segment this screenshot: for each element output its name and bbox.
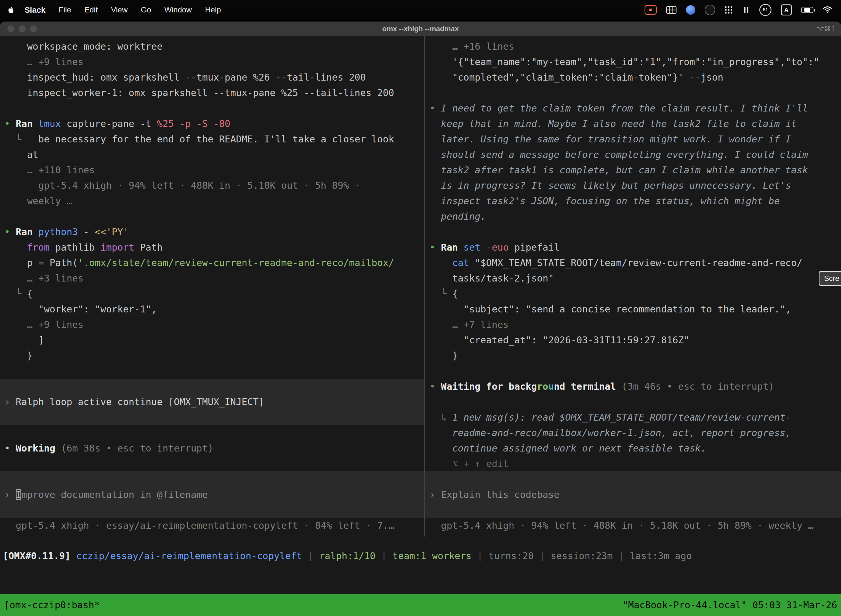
wifi-icon[interactable] (823, 6, 832, 14)
tmux-status-bar: [omx-cczip0:bash* "MacBook-Pro-44.local"… (0, 594, 841, 616)
terminal-line: • Waiting for background terminal (3m 46… (425, 378, 841, 394)
battery-icon[interactable] (801, 7, 813, 13)
terminal-line (0, 378, 424, 394)
menu-go[interactable]: Go (141, 6, 151, 14)
input-source-icon[interactable]: A (781, 4, 792, 15)
text-segment: -euo (486, 242, 514, 253)
text-segment: Ran (16, 118, 38, 129)
screen-recording-indicator-icon[interactable] (645, 5, 657, 15)
tmux-pane-left[interactable]: workspace_mode: worktree … +9 lines insp… (0, 36, 424, 537)
terminal-line: … +9 lines (0, 317, 424, 332)
text-segment: ↳ (429, 412, 452, 423)
prompt-line: › Improve documentation in @filename (0, 487, 424, 502)
terminal-content: workspace_mode: worktree … +9 lines insp… (0, 36, 841, 616)
text-segment: team:1 workers (393, 550, 472, 561)
menu-bar: Slack FileEditViewGoWindowHelp 61 A (0, 0, 841, 20)
text-segment: (6m 38s • esc to interrupt) (55, 443, 213, 454)
terminal-line: pending. (425, 209, 841, 224)
text-segment: cat (452, 257, 475, 268)
battery-percent-ring-icon[interactable]: 61 (759, 4, 771, 16)
terminal-line: • Ran tmux capture-pane -t %25 -p -S -80 (0, 116, 424, 131)
tmux-session-label: [omx-cczip0:bash* (4, 600, 100, 610)
text-segment: ro (537, 381, 548, 392)
terminal-line: "completed","claim_token":"claim-token"}… (425, 70, 841, 85)
text-segment: mprove documentation in @filename (21, 489, 208, 500)
screen-overlay-badge: Scre (819, 271, 841, 286)
menu-edit[interactable]: Edit (84, 6, 98, 14)
text-segment (4, 319, 27, 330)
terminal-line: "worker": "worker-1", (0, 301, 424, 317)
text-segment: inspect task2's JSON, focusing on the st… (429, 195, 780, 207)
terminal-line (425, 85, 841, 100)
prompt-line: › Ralph loop active continue [OMX_TMUX_I… (0, 394, 424, 409)
text-segment: › (429, 489, 441, 500)
text-segment: last:3m ago (630, 550, 692, 561)
menu-view[interactable]: View (111, 6, 127, 14)
terminal-line: p = Path('.omx/state/team/review-current… (0, 255, 424, 270)
text-segment: "$OMX_TEAM_STATE_ROOT/team/review-curren… (475, 257, 802, 268)
terminal-line: ↳ 1 new msg(s): read $OMX_TEAM_STATE_ROO… (425, 409, 841, 425)
app-menus: FileEditViewGoWindowHelp (59, 6, 221, 14)
terminal-line: inspect task2's JSON, focusing on the st… (425, 193, 841, 209)
terminal-line: "created_at": "2026-03-31T11:59:27.816Z" (425, 332, 841, 348)
text-segment: "created_at": "2026-03-31T11:59:27.816Z" (429, 334, 690, 346)
text-segment: from (27, 242, 50, 253)
window-shortcut-hint: ⌥⌘1 (816, 25, 835, 33)
text-segment (429, 41, 452, 52)
terminal-line: … +3 lines (0, 270, 424, 286)
terminal-line: from pathlib import Path (0, 239, 424, 255)
menu-help[interactable]: Help (205, 6, 221, 14)
window-titlebar[interactable]: omx --xhigh --madmax ⌥⌘1 (0, 22, 841, 36)
text-segment: Explain this codebase (441, 489, 560, 500)
text-segment: └ (4, 288, 21, 299)
text-segment: tmux (38, 118, 66, 129)
text-segment: { (447, 288, 458, 299)
dots-grid-icon[interactable] (725, 6, 733, 14)
terminal-line: inspect_worker-1: omx sparkshell --tmux-… (0, 85, 424, 100)
terminal-line: └ { (425, 286, 841, 301)
column-bars-icon[interactable] (742, 6, 750, 14)
terminal-line: workspace_mode: worktree (0, 39, 424, 54)
terminal-line: cat "$OMX_TEAM_STATE_ROOT/team/review-cu… (425, 255, 841, 270)
keyboard-grid-icon[interactable] (666, 6, 677, 14)
menu-window[interactable]: Window (164, 6, 192, 14)
text-segment (4, 56, 27, 67)
text-segment: | (472, 550, 488, 561)
terminal-line: later. Using the same for transition mig… (425, 131, 841, 147)
text-segment: tasks/task-2.json" (429, 273, 554, 284)
text-segment: - (84, 226, 95, 238)
apple-menu-icon[interactable] (7, 6, 15, 14)
terminal-line: keep that in mind. Maybe I also need the… (425, 116, 841, 131)
terminal-line (425, 224, 841, 239)
terminal-line: } (425, 348, 841, 363)
text-segment: ⌥ + ↑ edit (429, 458, 509, 469)
text-segment: gpt-5.4 xhigh · 94% left · 488K in · 5.1… (429, 520, 814, 531)
active-app-name[interactable]: Slack (25, 6, 45, 15)
menu-file[interactable]: File (59, 6, 71, 14)
text-segment: | (302, 550, 319, 561)
text-segment: Ralph loop active continue [OMX_TMUX_INJ… (16, 396, 264, 407)
text-segment: ] (4, 334, 44, 346)
screen-overlay-label: Scre (824, 274, 840, 283)
text-segment: 1 new msg(s): read $OMX_TEAM_STATE_ROOT/… (452, 412, 791, 423)
terminal-line: should send a message before completing … (425, 147, 841, 162)
dark-app-icon[interactable] (705, 5, 715, 15)
pane-divider[interactable] (424, 36, 425, 537)
terminal-line (0, 100, 424, 116)
text-segment: "worker": "worker-1", (4, 304, 157, 315)
text-segment: ralph:1/10 (319, 550, 375, 561)
text-segment: workspace_mode: worktree (4, 41, 163, 52)
tmux-pane-right[interactable]: … +16 lines '{"team_name":"my-team","tas… (425, 36, 841, 537)
text-segment: be necessary for the end of the README. … (21, 133, 394, 145)
blue-app-icon[interactable] (686, 5, 695, 15)
terminal-line: • Ran python3 - <<'PY' (0, 224, 424, 239)
terminal-line: weekly … (0, 193, 424, 209)
text-segment: at (4, 149, 38, 160)
terminal-line: • Working (6m 38s • esc to interrupt) (0, 440, 424, 456)
terminal-line (0, 409, 424, 425)
text-segment: { (21, 288, 32, 299)
text-segment: • (4, 226, 16, 238)
terminal-line: … +16 lines (425, 39, 841, 54)
terminal-line: └ be necessary for the end of the README… (0, 131, 424, 147)
battery-fill (804, 8, 810, 12)
